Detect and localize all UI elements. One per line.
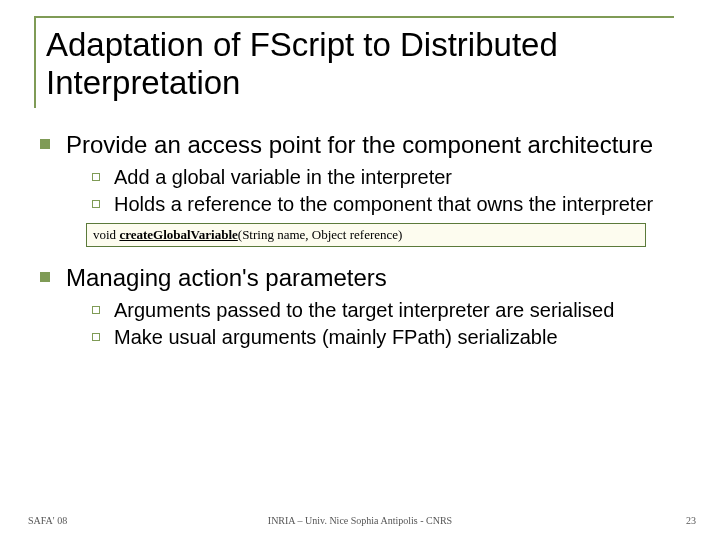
sublist: Add a global variable in the interpreter… bbox=[40, 165, 686, 217]
code-box: void createGlobalVariable(String name, O… bbox=[86, 223, 646, 247]
bullet-level2: Make usual arguments (mainly FPath) seri… bbox=[92, 325, 666, 350]
bullet-hollow-square-icon bbox=[92, 173, 100, 181]
footer-center: INRIA – Univ. Nice Sophia Antipolis - CN… bbox=[0, 515, 720, 526]
bullet-hollow-square-icon bbox=[92, 200, 100, 208]
slide-number: 23 bbox=[686, 515, 696, 526]
subbullet-text: Add a global variable in the interpreter bbox=[114, 165, 452, 190]
subbullet-text: Holds a reference to the component that … bbox=[114, 192, 653, 217]
title-frame: Adaptation of FScript to Distributed Int… bbox=[34, 16, 674, 108]
bullet-level2: Add a global variable in the interpreter bbox=[92, 165, 666, 190]
bullet-hollow-square-icon bbox=[92, 333, 100, 341]
code-suffix: (String name, Object reference) bbox=[238, 227, 403, 242]
bullet-level2: Arguments passed to the target interpret… bbox=[92, 298, 666, 323]
bullet-hollow-square-icon bbox=[92, 306, 100, 314]
sublist: Arguments passed to the target interpret… bbox=[40, 298, 686, 350]
bullet-text: Provide an access point for the componen… bbox=[66, 130, 653, 159]
subbullet-text: Make usual arguments (mainly FPath) seri… bbox=[114, 325, 558, 350]
bullet-square-icon bbox=[40, 272, 50, 282]
code-prefix: void bbox=[93, 227, 119, 242]
bullet-text: Managing action's parameters bbox=[66, 263, 387, 292]
content: Provide an access point for the componen… bbox=[34, 130, 686, 351]
bullet-square-icon bbox=[40, 139, 50, 149]
bullet-level1: Managing action's parameters bbox=[40, 263, 686, 292]
bullet-level1: Provide an access point for the componen… bbox=[40, 130, 686, 159]
subbullet-text: Arguments passed to the target interpret… bbox=[114, 298, 614, 323]
slide-title: Adaptation of FScript to Distributed Int… bbox=[46, 26, 674, 102]
bullet-level2: Holds a reference to the component that … bbox=[92, 192, 666, 217]
slide: Adaptation of FScript to Distributed Int… bbox=[0, 0, 720, 540]
code-method: createGlobalVariable bbox=[119, 227, 237, 242]
